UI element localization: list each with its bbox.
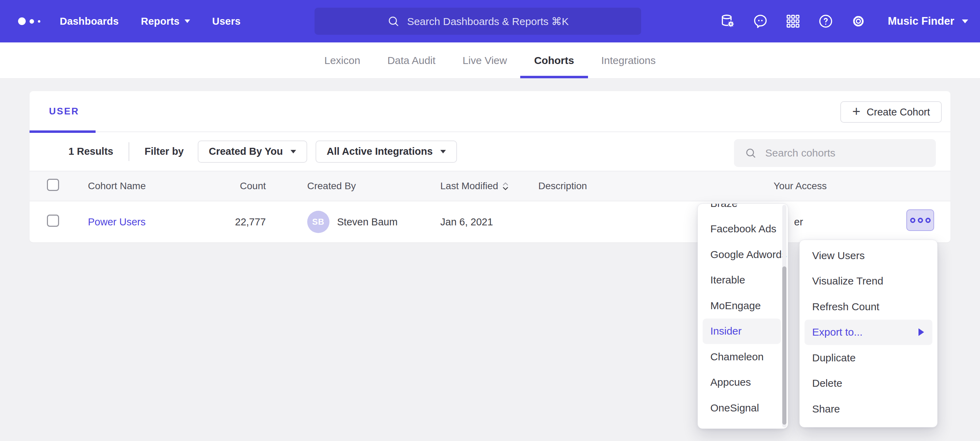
export-target-item[interactable]: MoEngage <box>698 293 788 319</box>
topbar-actions: Music Finder <box>720 13 968 29</box>
export-target-item[interactable]: Iterable <box>698 267 788 293</box>
export-target-item[interactable]: Braze <box>698 203 788 216</box>
header-description: Description <box>538 181 773 192</box>
data-management-icon[interactable] <box>720 13 736 29</box>
project-switcher[interactable]: Music Finder <box>888 15 968 27</box>
cohort-name-link[interactable]: Power Users <box>88 216 146 227</box>
feedback-icon[interactable] <box>752 13 768 29</box>
context-menu-item[interactable]: Visualize Trend <box>800 268 937 294</box>
export-submenu: Braze Facebook Ads Google Adwords Iterab… <box>697 203 788 429</box>
section-tab-label: Data Audit <box>388 54 436 66</box>
context-menu-label: Delete <box>812 377 842 389</box>
context-menu-label: View Users <box>812 250 865 262</box>
filter-dropdown-label: Created By You <box>209 146 283 157</box>
row-context-menu: View Users Visualize Trend Refresh Count… <box>799 240 938 427</box>
scrollbar-thumb[interactable] <box>782 267 786 425</box>
header-created-by: Created By <box>307 181 440 192</box>
filter-by-label: Filter by <box>145 146 184 157</box>
tab-user[interactable]: USER <box>49 106 79 117</box>
filter-dropdown-label: All Active Integrations <box>327 146 433 157</box>
export-target-label: Chameleon <box>710 351 764 363</box>
export-target-item[interactable]: Facebook Ads <box>698 216 788 242</box>
create-cohort-label: Create Cohort <box>867 106 930 118</box>
section-tab[interactable]: Data Audit <box>388 42 436 78</box>
avatar: SB <box>307 211 329 233</box>
context-menu-label: Duplicate <box>812 352 856 364</box>
select-all-checkbox[interactable] <box>47 179 59 191</box>
filter-row: 1 Results Filter by Created By You All A… <box>30 132 950 171</box>
top-navigation: Dashboards Reports Users <box>60 16 240 27</box>
export-target-item[interactable]: Chameleon <box>698 344 788 370</box>
header-count: Count <box>224 181 266 192</box>
export-submenu-list: Braze Facebook Ads Google Adwords Iterab… <box>698 203 788 421</box>
create-cohort-button[interactable]: + Create Cohort <box>840 101 942 123</box>
created-by-name: Steven Baum <box>337 216 398 228</box>
dot-icon <box>910 218 915 223</box>
top-nav-item[interactable]: Dashboards <box>60 16 119 27</box>
page: { "colors": { "accent": "#4f44e0", "topb… <box>0 0 980 441</box>
section-tab[interactable]: Lexicon <box>324 42 360 78</box>
sort-icon <box>503 182 508 191</box>
search-icon <box>387 14 400 28</box>
search-cohorts-input[interactable]: Search cohorts <box>734 139 936 167</box>
chevron-down-icon <box>291 150 296 153</box>
row-checkbox[interactable] <box>47 214 59 227</box>
section-tab[interactable]: Integrations <box>601 42 656 78</box>
context-menu-item[interactable]: Refresh Count <box>800 294 937 320</box>
table-row: Power Users 22,777 SB Steven Baum Jan 6,… <box>30 201 950 243</box>
help-icon[interactable] <box>818 13 834 29</box>
logo-dot <box>38 20 40 22</box>
export-target-item[interactable]: Appcues <box>698 370 788 395</box>
header-your-access: Your Access <box>773 181 950 192</box>
context-menu-label: Refresh Count <box>812 301 879 313</box>
settings-gear-icon[interactable] <box>850 13 866 29</box>
header-last-modified: Last Modified <box>440 181 498 192</box>
topbar: Dashboards Reports Users Search Dashboar… <box>0 0 980 42</box>
search-icon <box>745 147 757 159</box>
header-last-modified-sort[interactable]: Last Modified <box>440 181 538 192</box>
export-target-label: Braze <box>710 203 737 209</box>
row-actions-button[interactable] <box>906 209 934 231</box>
apps-grid-icon[interactable] <box>785 13 801 29</box>
context-menu-item[interactable]: View Users <box>800 243 937 268</box>
context-menu-label: Export to... <box>812 326 862 338</box>
top-nav-label: Users <box>212 16 241 27</box>
section-tabs: Lexicon Data Audit Live View Cohorts Int… <box>0 42 980 78</box>
export-target-label: MoEngage <box>710 300 761 312</box>
top-nav-item[interactable]: Users <box>212 16 241 27</box>
context-menu-list: View Users Visualize Trend Refresh Count… <box>800 240 937 422</box>
export-target-label: Iterable <box>710 274 745 286</box>
export-target-item[interactable]: OneSignal <box>698 395 788 421</box>
section-tab-label: Cohorts <box>534 54 574 66</box>
section-tab-label: Live View <box>463 54 507 66</box>
app-logo-icon[interactable] <box>18 18 40 25</box>
context-menu-item[interactable]: Export to... <box>805 320 932 345</box>
divider <box>129 142 129 161</box>
project-name: Music Finder <box>888 15 954 27</box>
filter-dropdown[interactable]: All Active Integrations <box>315 141 457 163</box>
context-menu-item[interactable]: Delete <box>800 371 937 396</box>
context-menu-item[interactable]: Share <box>800 396 937 422</box>
context-menu-label: Share <box>812 403 840 415</box>
header-cohort-name: Cohort Name <box>88 181 224 192</box>
dot-icon <box>918 218 923 223</box>
context-menu-item[interactable]: Duplicate <box>800 345 937 371</box>
section-tab-label: Lexicon <box>324 54 360 66</box>
global-search-input[interactable]: Search Dashboards & Reports ⌘K <box>315 8 641 35</box>
dot-icon <box>926 218 931 223</box>
top-nav-item[interactable]: Reports <box>141 16 190 27</box>
top-nav-label: Reports <box>141 16 180 27</box>
export-target-item[interactable]: Insider <box>703 319 781 344</box>
table-header: Cohort Name Count Created By Last Modifi… <box>30 171 950 201</box>
context-menu-label: Visualize Trend <box>812 275 883 287</box>
top-nav-label: Dashboards <box>60 16 119 27</box>
export-target-item[interactable]: Google Adwords <box>698 242 788 267</box>
export-target-label: Google Adwords <box>710 249 787 260</box>
filter-dropdown[interactable]: Created By You <box>198 141 307 163</box>
section-tab[interactable]: Live View <box>463 42 507 78</box>
export-target-label: Appcues <box>710 376 751 388</box>
chevron-down-icon <box>440 150 446 153</box>
section-tab[interactable]: Cohorts <box>534 42 574 78</box>
search-cohorts-placeholder: Search cohorts <box>765 147 835 159</box>
filter-buttons: Created By You All Active Integrations <box>198 141 457 163</box>
